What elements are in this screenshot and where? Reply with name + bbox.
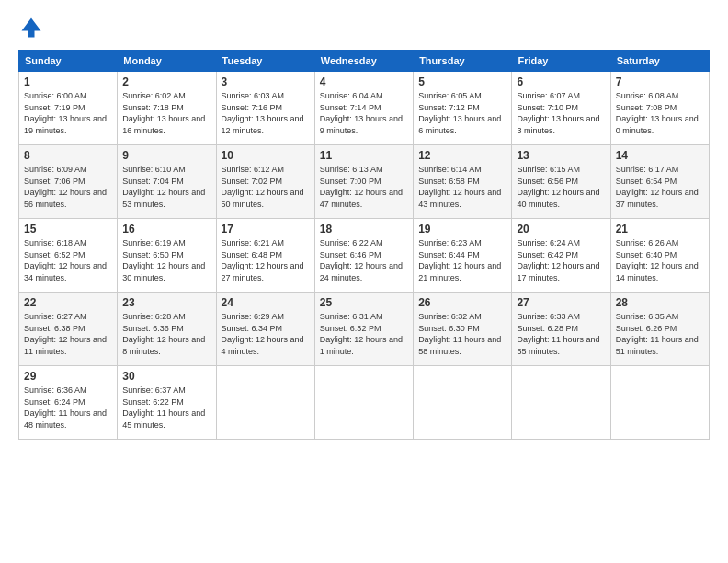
day-info: Sunrise: 6:37 AM Sunset: 6:22 PM Dayligh…	[122, 385, 210, 431]
header-tuesday: Tuesday	[216, 51, 314, 72]
calendar-cell: 14 Sunrise: 6:17 AM Sunset: 6:54 PM Dayl…	[610, 145, 709, 219]
calendar-cell: 15 Sunrise: 6:18 AM Sunset: 6:52 PM Dayl…	[19, 219, 118, 293]
calendar-cell: 26 Sunrise: 6:32 AM Sunset: 6:30 PM Dayl…	[414, 293, 512, 366]
calendar-cell: 21 Sunrise: 6:26 AM Sunset: 6:40 PM Dayl…	[610, 219, 709, 293]
calendar-cell: 11 Sunrise: 6:13 AM Sunset: 7:00 PM Dayl…	[314, 145, 413, 219]
day-info: Sunrise: 6:24 AM Sunset: 6:42 PM Dayligh…	[517, 237, 605, 283]
day-number: 1	[24, 75, 112, 88]
day-number: 21	[616, 223, 704, 236]
calendar-cell: 12 Sunrise: 6:14 AM Sunset: 6:58 PM Dayl…	[414, 145, 512, 219]
calendar-week-2: 8 Sunrise: 6:09 AM Sunset: 7:06 PM Dayli…	[19, 145, 710, 219]
day-number: 3	[222, 75, 310, 88]
day-number: 10	[222, 149, 310, 162]
day-number: 8	[24, 149, 112, 162]
calendar-header-row: Sunday Monday Tuesday Wednesday Thursday…	[19, 51, 710, 72]
calendar-cell	[610, 366, 709, 440]
day-number: 15	[24, 223, 112, 236]
day-info: Sunrise: 6:04 AM Sunset: 7:14 PM Dayligh…	[320, 90, 408, 136]
header-saturday: Saturday	[610, 51, 709, 72]
day-number: 27	[517, 296, 605, 309]
header-friday: Friday	[512, 51, 610, 72]
day-number: 2	[122, 75, 210, 88]
day-info: Sunrise: 6:28 AM Sunset: 6:36 PM Dayligh…	[122, 311, 210, 357]
day-info: Sunrise: 6:33 AM Sunset: 6:28 PM Dayligh…	[517, 311, 605, 357]
header	[18, 15, 710, 40]
day-info: Sunrise: 6:21 AM Sunset: 6:48 PM Dayligh…	[222, 237, 310, 283]
calendar-cell: 9 Sunrise: 6:10 AM Sunset: 7:04 PM Dayli…	[118, 145, 216, 219]
calendar-cell: 8 Sunrise: 6:09 AM Sunset: 7:06 PM Dayli…	[19, 145, 118, 219]
day-info: Sunrise: 6:27 AM Sunset: 6:38 PM Dayligh…	[24, 311, 112, 357]
calendar-cell: 7 Sunrise: 6:08 AM Sunset: 7:08 PM Dayli…	[610, 72, 709, 145]
calendar-cell: 29 Sunrise: 6:36 AM Sunset: 6:24 PM Dayl…	[19, 366, 118, 440]
day-info: Sunrise: 6:19 AM Sunset: 6:50 PM Dayligh…	[122, 237, 210, 283]
calendar-week-4: 22 Sunrise: 6:27 AM Sunset: 6:38 PM Dayl…	[19, 293, 710, 366]
day-info: Sunrise: 6:23 AM Sunset: 6:44 PM Dayligh…	[418, 237, 506, 283]
header-wednesday: Wednesday	[314, 51, 413, 72]
day-info: Sunrise: 6:17 AM Sunset: 6:54 PM Dayligh…	[616, 164, 704, 210]
calendar-week-1: 1 Sunrise: 6:00 AM Sunset: 7:19 PM Dayli…	[19, 72, 710, 145]
day-info: Sunrise: 6:02 AM Sunset: 7:18 PM Dayligh…	[122, 90, 210, 136]
calendar-cell: 18 Sunrise: 6:22 AM Sunset: 6:46 PM Dayl…	[314, 219, 413, 293]
logo	[18, 15, 48, 40]
day-number: 14	[616, 149, 704, 162]
day-number: 12	[418, 149, 506, 162]
day-number: 20	[517, 223, 605, 236]
day-number: 6	[517, 75, 605, 88]
header-thursday: Thursday	[414, 51, 512, 72]
logo-icon	[18, 15, 44, 40]
day-info: Sunrise: 6:14 AM Sunset: 6:58 PM Dayligh…	[418, 164, 506, 210]
calendar-cell: 28 Sunrise: 6:35 AM Sunset: 6:26 PM Dayl…	[610, 293, 709, 366]
day-number: 23	[122, 296, 210, 309]
calendar-cell: 25 Sunrise: 6:31 AM Sunset: 6:32 PM Dayl…	[314, 293, 413, 366]
calendar-cell: 2 Sunrise: 6:02 AM Sunset: 7:18 PM Dayli…	[118, 72, 216, 145]
day-number: 29	[24, 370, 112, 383]
calendar-cell: 16 Sunrise: 6:19 AM Sunset: 6:50 PM Dayl…	[118, 219, 216, 293]
calendar-cell: 19 Sunrise: 6:23 AM Sunset: 6:44 PM Dayl…	[414, 219, 512, 293]
day-info: Sunrise: 6:10 AM Sunset: 7:04 PM Dayligh…	[122, 164, 210, 210]
day-info: Sunrise: 6:31 AM Sunset: 6:32 PM Dayligh…	[320, 311, 408, 357]
day-info: Sunrise: 6:18 AM Sunset: 6:52 PM Dayligh…	[24, 237, 112, 283]
calendar-cell: 6 Sunrise: 6:07 AM Sunset: 7:10 PM Dayli…	[512, 72, 610, 145]
day-info: Sunrise: 6:09 AM Sunset: 7:06 PM Dayligh…	[24, 164, 112, 210]
day-info: Sunrise: 6:32 AM Sunset: 6:30 PM Dayligh…	[418, 311, 506, 357]
calendar-cell: 22 Sunrise: 6:27 AM Sunset: 6:38 PM Dayl…	[19, 293, 118, 366]
page: Sunday Monday Tuesday Wednesday Thursday…	[0, 0, 728, 449]
day-info: Sunrise: 6:26 AM Sunset: 6:40 PM Dayligh…	[616, 237, 704, 283]
calendar-week-5: 29 Sunrise: 6:36 AM Sunset: 6:24 PM Dayl…	[19, 366, 710, 440]
calendar-cell: 13 Sunrise: 6:15 AM Sunset: 6:56 PM Dayl…	[512, 145, 610, 219]
day-info: Sunrise: 6:08 AM Sunset: 7:08 PM Dayligh…	[616, 90, 704, 136]
header-sunday: Sunday	[19, 51, 118, 72]
day-number: 30	[122, 370, 210, 383]
day-info: Sunrise: 6:13 AM Sunset: 7:00 PM Dayligh…	[320, 164, 408, 210]
day-info: Sunrise: 6:22 AM Sunset: 6:46 PM Dayligh…	[320, 237, 408, 283]
day-info: Sunrise: 6:00 AM Sunset: 7:19 PM Dayligh…	[24, 90, 112, 136]
day-info: Sunrise: 6:35 AM Sunset: 6:26 PM Dayligh…	[616, 311, 704, 357]
calendar-cell: 23 Sunrise: 6:28 AM Sunset: 6:36 PM Dayl…	[118, 293, 216, 366]
day-number: 18	[320, 223, 408, 236]
day-number: 13	[517, 149, 605, 162]
svg-marker-0	[22, 18, 41, 38]
calendar-cell: 24 Sunrise: 6:29 AM Sunset: 6:34 PM Dayl…	[216, 293, 314, 366]
day-info: Sunrise: 6:05 AM Sunset: 7:12 PM Dayligh…	[418, 90, 506, 136]
calendar-cell: 17 Sunrise: 6:21 AM Sunset: 6:48 PM Dayl…	[216, 219, 314, 293]
calendar-cell: 20 Sunrise: 6:24 AM Sunset: 6:42 PM Dayl…	[512, 219, 610, 293]
calendar-week-3: 15 Sunrise: 6:18 AM Sunset: 6:52 PM Dayl…	[19, 219, 710, 293]
calendar-cell: 27 Sunrise: 6:33 AM Sunset: 6:28 PM Dayl…	[512, 293, 610, 366]
day-info: Sunrise: 6:12 AM Sunset: 7:02 PM Dayligh…	[222, 164, 310, 210]
day-number: 24	[222, 296, 310, 309]
day-number: 28	[616, 296, 704, 309]
header-monday: Monday	[118, 51, 216, 72]
calendar-cell: 1 Sunrise: 6:00 AM Sunset: 7:19 PM Dayli…	[19, 72, 118, 145]
day-number: 26	[418, 296, 506, 309]
day-number: 22	[24, 296, 112, 309]
calendar-cell: 3 Sunrise: 6:03 AM Sunset: 7:16 PM Dayli…	[216, 72, 314, 145]
calendar-cell	[314, 366, 413, 440]
day-number: 5	[418, 75, 506, 88]
day-number: 19	[418, 223, 506, 236]
calendar-cell: 10 Sunrise: 6:12 AM Sunset: 7:02 PM Dayl…	[216, 145, 314, 219]
day-number: 25	[320, 296, 408, 309]
calendar-cell	[414, 366, 512, 440]
day-number: 4	[320, 75, 408, 88]
calendar-cell: 4 Sunrise: 6:04 AM Sunset: 7:14 PM Dayli…	[314, 72, 413, 145]
calendar-cell	[216, 366, 314, 440]
